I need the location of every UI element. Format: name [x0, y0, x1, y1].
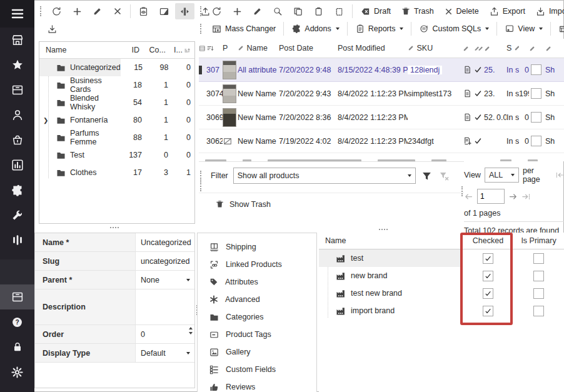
- tree-row-parfums-femme[interactable]: Parfums Femme 88 1 0: [39, 129, 194, 146]
- order-field[interactable]: 0: [136, 325, 194, 343]
- refresh-products-button[interactable]: [207, 3, 226, 19]
- paste-button[interactable]: [309, 3, 328, 19]
- name-field[interactable]: Uncategorized: [136, 233, 194, 251]
- row-expander[interactable]: [199, 66, 206, 74]
- mass-changer-button[interactable]: Mass Changer: [207, 21, 280, 37]
- delete-button[interactable]: Delete: [440, 3, 483, 19]
- import-button[interactable]: Import: [531, 3, 564, 19]
- collapse-panel-icon[interactable]: [555, 171, 564, 179]
- per-page-dropdown[interactable]: ALL: [485, 168, 519, 183]
- tree-row-clothes[interactable]: Clothes 17 3 1: [39, 164, 194, 181]
- vertical-splitter-grip[interactable]: [200, 181, 203, 191]
- sidebar-item-customers[interactable]: [0, 103, 34, 128]
- tab-advanced[interactable]: Advanced: [198, 291, 316, 308]
- export-grid-button[interactable]: Export Grid: [554, 21, 564, 37]
- column-header-stock[interactable]: S: [506, 44, 519, 53]
- search-button[interactable]: [268, 3, 287, 19]
- column-header-name[interactable]: Name: [39, 42, 117, 58]
- description-field[interactable]: [136, 289, 194, 324]
- apply-filter-icon[interactable]: [421, 170, 433, 182]
- brand-row-new-brand[interactable]: new brand: [319, 267, 564, 284]
- sidebar-item-products[interactable]: [0, 78, 34, 103]
- tree-row-business-cards[interactable]: Business Cards 18 1 0: [39, 76, 194, 94]
- sidebar-item-help[interactable]: [0, 309, 34, 334]
- pagination-grip[interactable]: [461, 186, 465, 196]
- column-header-name[interactable]: Name: [238, 44, 279, 53]
- last-page-icon[interactable]: [521, 192, 531, 201]
- hamburger-menu-button[interactable]: [0, 0, 34, 28]
- add-category-button[interactable]: [68, 3, 87, 19]
- tab-reviews[interactable]: Reviews: [198, 378, 316, 392]
- sidebar-item-store[interactable]: [0, 28, 34, 53]
- display-type-select[interactable]: Default: [136, 344, 194, 362]
- product-row-new-name-1[interactable]: 3074 New Name 7/20/2022 9:43 8/4/2022 1:…: [199, 82, 564, 106]
- sidebar-item-settings[interactable]: [0, 359, 34, 384]
- tab-custom-fields[interactable]: Custom Fields: [198, 361, 316, 378]
- refresh-categories-button[interactable]: [47, 3, 66, 19]
- order-spinner[interactable]: [189, 327, 193, 334]
- product-checkbox[interactable]: [531, 136, 541, 146]
- column-header-p[interactable]: P: [223, 44, 238, 53]
- horizontal-splitter-grip[interactable]: [110, 227, 119, 230]
- sort-icon[interactable]: [206, 44, 223, 53]
- tab-gallery[interactable]: Gallery: [198, 343, 316, 361]
- tab-shipping[interactable]: Shipping: [198, 238, 316, 256]
- checked-checkbox-checked[interactable]: [483, 288, 493, 299]
- tree-row-fontaneria[interactable]: ❯ Fontanería 80 1 0: [39, 111, 194, 129]
- checked-checkbox-checked[interactable]: [483, 271, 493, 281]
- tab-product-tags[interactable]: Product Tags: [198, 326, 316, 343]
- toolbar-grip[interactable]: [200, 6, 203, 16]
- product-checkbox[interactable]: [531, 64, 541, 75]
- show-trash-button[interactable]: Show Trash: [229, 200, 271, 209]
- clear-filter-icon[interactable]: [438, 170, 450, 182]
- filter-toolbar-grip[interactable]: [200, 171, 203, 181]
- paste-special-button[interactable]: [330, 3, 349, 19]
- horizontal-splitter-grip[interactable]: [379, 229, 388, 232]
- tab-attributes[interactable]: Attributes: [198, 273, 316, 291]
- column-header-c2[interactable]: I...: [169, 46, 194, 54]
- is-primary-checkbox-unchecked[interactable]: [533, 288, 544, 299]
- column-header-post-date[interactable]: Post Date: [279, 44, 338, 53]
- preview-button[interactable]: [134, 3, 153, 19]
- page-number-input[interactable]: [477, 189, 505, 204]
- edit-product-button[interactable]: [248, 3, 267, 19]
- product-row-new-name-2[interactable]: 3069 New Name 7/20/2022 8:36 8/4/2022 1:…: [199, 106, 564, 129]
- tree-row-uncategorized[interactable]: Uncategorized 15 98 0: [39, 59, 194, 76]
- toolbar-grip[interactable]: [200, 24, 203, 34]
- sidebar-item-columns[interactable]: [0, 228, 34, 253]
- column-header-count[interactable]: Co...: [143, 46, 169, 54]
- edit-category-button[interactable]: [88, 3, 107, 19]
- is-primary-checkbox-unchecked[interactable]: [533, 271, 544, 281]
- delete-category-button[interactable]: [108, 3, 127, 19]
- column-header-sku[interactable]: SKU: [408, 44, 463, 53]
- column-header-checked[interactable]: Checked: [463, 236, 513, 245]
- brand-row-test[interactable]: test: [319, 249, 564, 267]
- spin-up-icon[interactable]: [189, 327, 193, 329]
- column-header-is-primary[interactable]: Is Primary: [513, 236, 564, 245]
- is-primary-checkbox-unchecked[interactable]: [533, 306, 544, 316]
- is-primary-checkbox-unchecked[interactable]: [533, 253, 544, 264]
- spin-down-icon[interactable]: [189, 332, 193, 334]
- column-header-post-modified[interactable]: Post Modified: [338, 44, 408, 53]
- export-button[interactable]: Export: [485, 3, 530, 19]
- tree-row-test[interactable]: Test 137 0 0: [39, 146, 194, 164]
- reports-button[interactable]: Reports: [351, 21, 408, 37]
- draft-button[interactable]: Draft: [356, 3, 395, 19]
- checked-checkbox-checked[interactable]: [483, 253, 493, 264]
- grid-menu-icon[interactable]: [199, 45, 206, 52]
- custom-sqls-button[interactable]: Custom SQLs: [415, 21, 493, 37]
- toolbar-grip[interactable]: [40, 6, 43, 16]
- filter-dropdown[interactable]: Show all products: [233, 168, 416, 184]
- brand-row-test-new-brand[interactable]: test new brand: [319, 284, 564, 302]
- sidebar-item-addons[interactable]: [0, 178, 34, 203]
- expand-chevron-icon[interactable]: ❯: [43, 117, 48, 124]
- column-header-pencil-pair[interactable]: [474, 45, 484, 52]
- sidebar-item-favorites[interactable]: [0, 53, 34, 78]
- sidebar-item-security[interactable]: [0, 334, 34, 359]
- slug-field[interactable]: uncategorized: [136, 252, 194, 270]
- previous-page-icon[interactable]: [464, 192, 473, 201]
- column-header-pencil[interactable]: [543, 45, 564, 52]
- product-row-all-attribute[interactable]: 307 All attribute 7/20/2022 9:48 8/15/20…: [199, 58, 564, 82]
- parent-select[interactable]: None: [136, 271, 194, 289]
- tab-categories[interactable]: Categories: [198, 308, 316, 326]
